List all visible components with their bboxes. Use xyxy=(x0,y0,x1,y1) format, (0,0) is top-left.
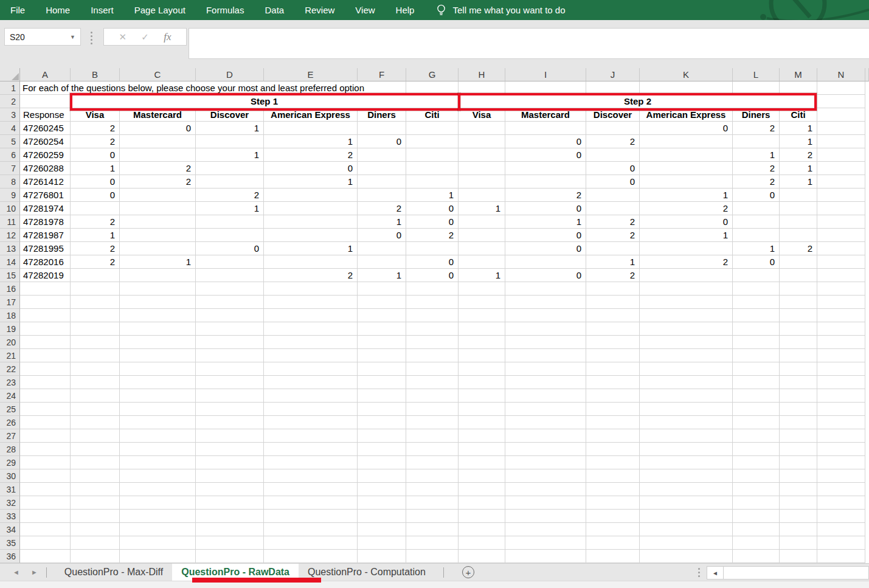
cell-M14[interactable] xyxy=(780,255,817,269)
cell-E16[interactable] xyxy=(264,282,358,296)
cell-D11[interactable] xyxy=(196,215,264,229)
cell-D13[interactable]: 0 xyxy=(196,242,264,255)
cell-G25[interactable] xyxy=(406,403,459,416)
cell-N36[interactable] xyxy=(817,550,865,563)
cell-F27[interactable] xyxy=(358,429,406,443)
cell-F12[interactable]: 0 xyxy=(358,229,406,242)
cell-D31[interactable] xyxy=(196,483,264,496)
cell-B17[interactable] xyxy=(71,296,120,309)
column-header-A[interactable]: A xyxy=(20,68,71,81)
cell-E12[interactable] xyxy=(264,229,358,242)
cell-B25[interactable] xyxy=(71,403,120,416)
formula-bar-handle[interactable] xyxy=(91,32,92,44)
cell-N30[interactable] xyxy=(817,469,865,483)
cell-K30[interactable] xyxy=(640,469,733,483)
cell-C11[interactable] xyxy=(120,215,196,229)
cell-L20[interactable] xyxy=(733,336,780,349)
cell-M19[interactable] xyxy=(780,322,817,336)
cell-D34[interactable] xyxy=(196,523,264,536)
cell-B23[interactable] xyxy=(71,376,120,389)
cell-F5[interactable]: 0 xyxy=(358,135,406,148)
cell-G6[interactable] xyxy=(406,148,459,162)
cell-B36[interactable] xyxy=(71,550,120,563)
cell-M16[interactable] xyxy=(780,282,817,296)
row-header-2[interactable]: 2 xyxy=(0,95,20,108)
cell-G9[interactable]: 1 xyxy=(406,189,459,202)
cell-I8[interactable] xyxy=(505,175,586,189)
cell-M13[interactable]: 2 xyxy=(780,242,817,255)
cell-D6[interactable]: 1 xyxy=(196,148,264,162)
cell-L18[interactable] xyxy=(733,309,780,322)
cell-B28[interactable] xyxy=(71,443,120,456)
cell-C23[interactable] xyxy=(120,376,196,389)
formula-input[interactable] xyxy=(189,28,869,59)
cell-J31[interactable] xyxy=(586,483,640,496)
cell-K13[interactable] xyxy=(640,242,733,255)
cell-A18[interactable] xyxy=(20,309,71,322)
cell-E20[interactable] xyxy=(264,336,358,349)
cell-B8[interactable]: 0 xyxy=(71,175,120,189)
cell-D30[interactable] xyxy=(196,469,264,483)
cell-E10[interactable] xyxy=(264,202,358,215)
cell-N27[interactable] xyxy=(817,429,865,443)
cell-F36[interactable] xyxy=(358,550,406,563)
cell-A26[interactable] xyxy=(20,416,71,429)
row-header-4[interactable]: 4 xyxy=(0,122,20,135)
cell-M29[interactable] xyxy=(780,456,817,469)
cell-B32[interactable] xyxy=(71,496,120,510)
row-header-12[interactable]: 12 xyxy=(0,229,20,242)
row-header-7[interactable]: 7 xyxy=(0,162,20,175)
cell-G33[interactable] xyxy=(406,510,459,523)
cell-E19[interactable] xyxy=(264,322,358,336)
cell-D23[interactable] xyxy=(196,376,264,389)
cell-L14[interactable]: 0 xyxy=(733,255,780,269)
cell-H4[interactable] xyxy=(459,122,505,135)
cell-B24[interactable] xyxy=(71,389,120,403)
row-header-27[interactable]: 27 xyxy=(0,429,20,443)
cell-N3[interactable] xyxy=(817,108,865,122)
cell-B19[interactable] xyxy=(71,322,120,336)
cell-B5[interactable]: 2 xyxy=(71,135,120,148)
cell-D26[interactable] xyxy=(196,416,264,429)
add-sheet-button[interactable]: + xyxy=(462,566,474,578)
row-header-31[interactable]: 31 xyxy=(0,483,20,496)
cell-N17[interactable] xyxy=(817,296,865,309)
cell-M6[interactable]: 2 xyxy=(780,148,817,162)
cell-M4[interactable]: 1 xyxy=(780,122,817,135)
cell-C27[interactable] xyxy=(120,429,196,443)
cell-K5[interactable] xyxy=(640,135,733,148)
cell-D14[interactable] xyxy=(196,255,264,269)
cell-D19[interactable] xyxy=(196,322,264,336)
tell-me-box[interactable]: Tell me what you want to do xyxy=(437,4,565,16)
cell-N1[interactable] xyxy=(817,81,865,95)
cell-N24[interactable] xyxy=(817,389,865,403)
cell-G23[interactable] xyxy=(406,376,459,389)
cell-N15[interactable] xyxy=(817,269,865,282)
row-header-20[interactable]: 20 xyxy=(0,336,20,349)
cell-D22[interactable] xyxy=(196,362,264,376)
cell-K14[interactable]: 2 xyxy=(640,255,733,269)
cell-J23[interactable] xyxy=(586,376,640,389)
cell-M12[interactable] xyxy=(780,229,817,242)
cell-L21[interactable] xyxy=(733,349,780,362)
cell-C32[interactable] xyxy=(120,496,196,510)
cell-A24[interactable] xyxy=(20,389,71,403)
cell-I28[interactable] xyxy=(505,443,586,456)
cell-A32[interactable] xyxy=(20,496,71,510)
cell-A34[interactable] xyxy=(20,523,71,536)
cell-L7[interactable]: 2 xyxy=(733,162,780,175)
column-header-H[interactable]: H xyxy=(459,68,505,81)
cell-H16[interactable] xyxy=(459,282,505,296)
cell-M34[interactable] xyxy=(780,523,817,536)
cell-B20[interactable] xyxy=(71,336,120,349)
row-header-8[interactable]: 8 xyxy=(0,175,20,189)
sheet-nav-right-icon[interactable]: ► xyxy=(31,569,38,576)
cell-H32[interactable] xyxy=(459,496,505,510)
row-header-22[interactable]: 22 xyxy=(0,362,20,376)
cell-D4[interactable]: 1 xyxy=(196,122,264,135)
cell-A27[interactable] xyxy=(20,429,71,443)
cell-A31[interactable] xyxy=(20,483,71,496)
cell-K32[interactable] xyxy=(640,496,733,510)
cell-H8[interactable] xyxy=(459,175,505,189)
cell-K7[interactable] xyxy=(640,162,733,175)
